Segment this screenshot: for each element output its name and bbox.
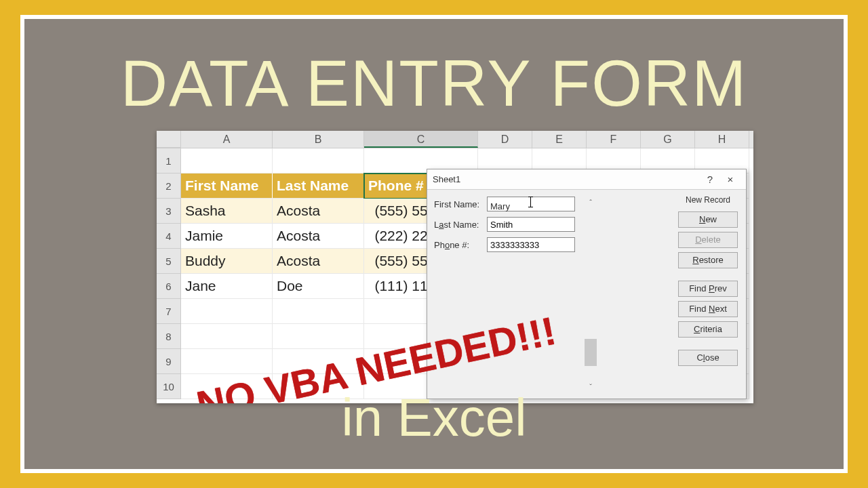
row-header[interactable]: 9 [157,349,181,374]
scrollbar-thumb[interactable] [585,339,597,366]
cell-first-name[interactable]: Jane [181,274,273,299]
new-button[interactable]: New [678,211,738,228]
cell[interactable] [273,324,364,349]
delete-button[interactable]: Delete [678,232,738,248]
cell[interactable] [273,148,364,174]
column-header-H[interactable]: H [695,131,749,148]
cell[interactable] [181,299,273,324]
row-header[interactable]: 4 [157,224,181,249]
last-name-label: Last Name: [434,220,487,230]
column-header-E[interactable]: E [532,131,587,148]
chevron-up-icon[interactable]: ˆ [585,197,597,209]
column-headers-row: A B C D E F G H [157,131,753,148]
row-header[interactable]: 6 [157,274,181,299]
record-scrollbar[interactable]: ˆ ˇ [585,197,597,393]
page-subtitle: in Excel [24,387,844,449]
cell-last-name[interactable]: Acosta [273,249,364,274]
text-cursor-icon [530,197,531,207]
dialog-title: Sheet1 [433,174,700,184]
row-header[interactable]: 2 [157,174,181,199]
restore-button[interactable]: Restore [678,252,738,268]
first-name-label: First Name: [434,199,487,209]
table-header-last-name[interactable]: Last Name [273,174,364,199]
row-header[interactable]: 3 [157,199,181,224]
cell-first-name[interactable]: Jamie [181,224,273,249]
column-header-F[interactable]: F [587,131,641,148]
dialog-titlebar[interactable]: Sheet1 ? × [427,169,746,190]
column-header-C[interactable]: C [364,131,478,148]
data-form-dialog: Sheet1 ? × First Name: Mary Last Name: P… [427,169,747,399]
find-next-button[interactable]: Find Next [678,301,738,317]
thumbnail-frame: DATA ENTRY FORM A B C D E F G H 1 [20,15,848,473]
find-prev-button[interactable]: Find Prev [678,281,738,297]
table-header-first-name[interactable]: First Name [181,174,273,199]
phone-field[interactable] [487,237,575,252]
cell-first-name[interactable]: Sasha [181,199,273,224]
last-name-field[interactable] [487,217,575,232]
cell[interactable] [273,299,364,324]
column-header-A[interactable]: A [181,131,273,148]
row-header[interactable]: 7 [157,299,181,324]
select-all-corner[interactable] [157,131,181,148]
first-name-field[interactable]: Mary [487,197,575,211]
column-header-G[interactable]: G [641,131,695,148]
excel-screenshot: A B C D E F G H 1 [157,131,753,403]
row-header[interactable]: 1 [157,148,181,174]
cell-last-name[interactable]: Doe [273,274,364,299]
row-header[interactable]: 5 [157,249,181,274]
cell-last-name[interactable]: Acosta [273,199,364,224]
phone-label: Phone #: [434,240,487,250]
cell[interactable] [273,349,364,374]
cell[interactable] [181,324,273,349]
row-header[interactable]: 8 [157,324,181,349]
close-button[interactable]: Close [678,350,738,366]
cell-last-name[interactable]: Acosta [273,224,364,249]
cell[interactable] [181,349,273,374]
help-button[interactable]: ? [700,174,720,185]
criteria-button[interactable]: Criteria [678,321,738,338]
page-title: DATA ENTRY FORM [24,46,844,121]
close-icon[interactable]: × [720,174,741,185]
cell[interactable] [181,148,273,174]
column-header-B[interactable]: B [273,131,364,148]
record-status: New Record [678,195,738,205]
column-header-D[interactable]: D [478,131,532,148]
cell-first-name[interactable]: Buddy [181,249,273,274]
